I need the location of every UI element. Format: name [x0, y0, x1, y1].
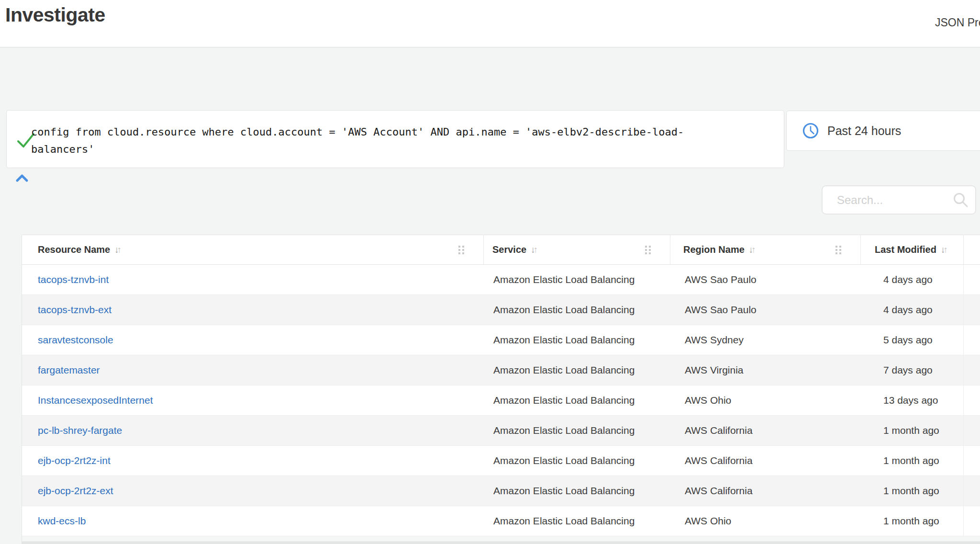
column-header-last-modified[interactable]: Last Modified ↓↑: [861, 235, 964, 264]
query-panel: config from cloud.resource where cloud.a…: [6, 110, 784, 168]
partial-next-row: [22, 536, 980, 542]
service-cell: Amazon Elastic Load Balancing: [484, 295, 670, 325]
collapse-query-button[interactable]: [15, 173, 29, 182]
clipped-cell: [964, 355, 980, 385]
search-icon[interactable]: [953, 192, 969, 208]
table-row: tacops-tznvb-int Amazon Elastic Load Bal…: [22, 265, 980, 295]
clock-icon: [802, 122, 819, 139]
clipped-cell: [964, 265, 980, 295]
table-row: ejb-ocp-2rt2z-int Amazon Elastic Load Ba…: [22, 446, 980, 476]
last-modified-cell: 1 month ago: [861, 416, 964, 445]
column-header-service[interactable]: Service ↓↑: [484, 235, 670, 264]
sort-arrows-icon[interactable]: ↓↑: [531, 245, 538, 255]
search-box: [822, 185, 976, 215]
table-row: saravtestconsole Amazon Elastic Load Bal…: [22, 325, 980, 355]
service-cell: Amazon Elastic Load Balancing: [484, 416, 670, 445]
last-modified-cell: 13 days ago: [861, 385, 964, 415]
column-header-resource-name[interactable]: Resource Name ↓↑: [22, 235, 484, 264]
horizontal-scrollbar[interactable]: [22, 542, 980, 544]
clipped-cell: [964, 446, 980, 476]
json-preview-toggle[interactable]: JSON Preview: [935, 16, 980, 29]
table-row: fargatemaster Amazon Elastic Load Balanc…: [22, 355, 980, 385]
region-name-cell: AWS California: [670, 476, 861, 506]
resource-name-link[interactable]: tacops-tznvb-int: [38, 274, 109, 285]
table-row: pc-lb-shrey-fargate Amazon Elastic Load …: [22, 416, 980, 446]
last-modified-cell: 1 month ago: [861, 506, 964, 536]
service-cell: Amazon Elastic Load Balancing: [484, 385, 670, 415]
clipped-column-header: [964, 235, 980, 264]
drag-handle-icon[interactable]: [835, 246, 841, 254]
region-name-cell: AWS California: [670, 416, 861, 445]
table-row: InstancesexposedInternet Amazon Elastic …: [22, 385, 980, 416]
region-name-cell: AWS Ohio: [670, 385, 861, 415]
table-row: ejb-ocp-2rt2z-ext Amazon Elastic Load Ba…: [22, 476, 980, 506]
clipped-cell: [964, 506, 980, 536]
table-row: tacops-tznvb-ext Amazon Elastic Load Bal…: [22, 295, 980, 325]
clipped-cell: [964, 295, 980, 325]
drag-handle-icon[interactable]: [645, 246, 651, 254]
region-name-cell: AWS Sao Paulo: [670, 295, 861, 325]
resource-name-link[interactable]: saravtestconsole: [38, 334, 113, 346]
sort-arrows-icon[interactable]: ↓↑: [749, 245, 756, 255]
last-modified-cell: 1 month ago: [861, 446, 964, 476]
last-modified-cell: 5 days ago: [861, 325, 964, 355]
sort-arrows-icon[interactable]: ↓↑: [941, 245, 948, 255]
resources-table: Resource Name ↓↑ Service ↓↑: [22, 235, 980, 544]
resource-name-link[interactable]: InstancesexposedInternet: [38, 395, 153, 406]
region-name-cell: AWS Ohio: [670, 506, 861, 536]
last-modified-cell: 7 days ago: [861, 355, 964, 385]
region-name-cell: AWS Sydney: [670, 325, 861, 355]
service-cell: Amazon Elastic Load Balancing: [484, 265, 670, 295]
investigate-page: Investigate JSON Preview config from clo…: [0, 0, 980, 544]
clipped-cell: [964, 476, 980, 506]
last-modified-cell: 4 days ago: [861, 265, 964, 295]
resource-name-link[interactable]: kwd-ecs-lb: [38, 515, 86, 527]
resource-name-link[interactable]: fargatemaster: [38, 364, 100, 376]
clipped-cell: [964, 325, 980, 355]
table-row: kwd-ecs-lb Amazon Elastic Load Balancing…: [22, 506, 980, 536]
time-range-label: Past 24 hours: [827, 124, 901, 138]
table-header-row: Resource Name ↓↑ Service ↓↑: [22, 235, 980, 265]
region-name-cell: AWS Sao Paulo: [670, 265, 861, 295]
service-cell: Amazon Elastic Load Balancing: [484, 506, 670, 536]
column-header-region-name[interactable]: Region Name ↓↑: [670, 235, 861, 264]
search-input[interactable]: [836, 193, 953, 207]
clipped-cell: [964, 416, 980, 445]
drag-handle-icon[interactable]: [458, 246, 464, 254]
time-range-selector[interactable]: Past 24 hours: [786, 111, 980, 151]
clipped-cell: [964, 385, 980, 415]
last-modified-cell: 1 month ago: [861, 476, 964, 506]
query-input[interactable]: config from cloud.resource where cloud.a…: [31, 124, 711, 158]
resource-name-link[interactable]: ejb-ocp-2rt2z-int: [38, 455, 111, 466]
service-cell: Amazon Elastic Load Balancing: [484, 325, 670, 355]
page-title: Investigate: [5, 4, 105, 26]
resource-name-link[interactable]: tacops-tznvb-ext: [38, 304, 111, 316]
resource-name-link[interactable]: ejb-ocp-2rt2z-ext: [38, 485, 113, 497]
region-name-cell: AWS California: [670, 446, 861, 476]
resource-name-link[interactable]: pc-lb-shrey-fargate: [38, 425, 122, 436]
service-cell: Amazon Elastic Load Balancing: [484, 446, 670, 476]
service-cell: Amazon Elastic Load Balancing: [484, 355, 670, 385]
chevron-up-icon: [15, 176, 29, 184]
region-name-cell: AWS Virginia: [670, 355, 861, 385]
sort-arrows-icon[interactable]: ↓↑: [114, 245, 122, 255]
last-modified-cell: 4 days ago: [861, 295, 964, 325]
service-cell: Amazon Elastic Load Balancing: [484, 476, 670, 506]
page-header: Investigate JSON Preview: [0, 0, 980, 47]
